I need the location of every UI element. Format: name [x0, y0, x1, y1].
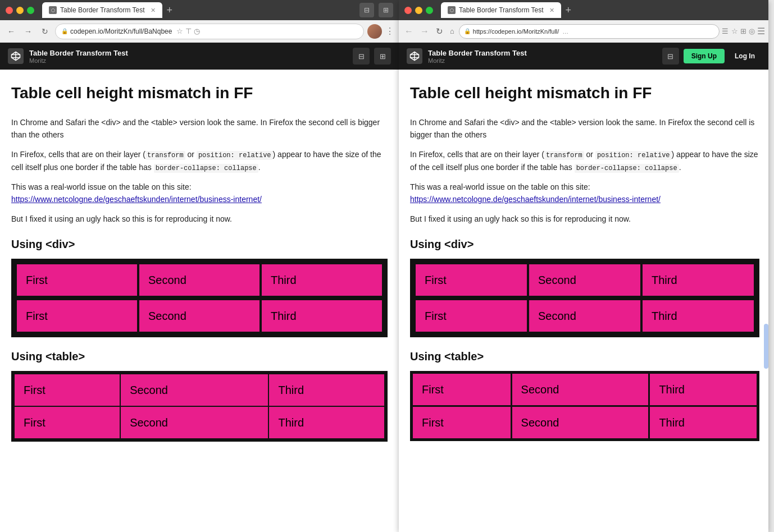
left-address-bar: ← → ↻ 🔒 codepen.io/MoritzKn/full/BaNqbee…	[0, 20, 399, 43]
left-title-bar: ⬡ Table Border Transform Test ✕ + ⊟ ⊞	[0, 0, 399, 20]
right-section-table-title: Using <table>	[410, 347, 759, 365]
right-codepen-pen-title: Table Border Transform Test	[428, 49, 527, 57]
right-browser-extras: ⊞ ◎ ☰	[740, 26, 765, 36]
right-account-icon[interactable]: ◎	[749, 27, 755, 35]
minimize-button[interactable]	[16, 7, 24, 14]
right-table-demo-container: First Second Third First Second Third	[410, 371, 759, 441]
right-tab-close-button[interactable]: ✕	[549, 7, 554, 14]
right-content-area: Table cell height mismatch in FF In Chro…	[399, 70, 768, 467]
codepen-logo	[8, 48, 24, 64]
right-description-para4: But I fixed it using an ugly hack so thi…	[410, 213, 759, 225]
right-bookmark-icon[interactable]: ☆	[731, 27, 738, 35]
table-row-2: First Second Third	[14, 406, 385, 439]
active-tab[interactable]: ⬡ Table Border Transform Test ✕	[42, 2, 162, 18]
demo-table: First Second Third First Second Third	[13, 373, 385, 439]
right-table-cell-1-3: Third	[649, 373, 758, 406]
right-url-actions: ☰ ☆	[722, 27, 738, 35]
right-lock-icon: 🔒	[464, 28, 471, 34]
url-actions: ☆ ⊤ ◷	[176, 27, 200, 35]
url-text: codepen.io/MoritzKn/full/BaNqbee	[70, 27, 172, 35]
right-description-para1: In Chrome and Safari the <div> and the <…	[410, 116, 759, 141]
right-url-input[interactable]: 🔒 https://codepen.io/MoritzKn/full/ …	[459, 24, 720, 39]
codepen-title-area: Table Border Transform Test Moritz	[29, 49, 128, 64]
table-cell-2-3: Third	[268, 406, 385, 439]
right-content-wrapper: Table cell height mismatch in FF In Chro…	[399, 70, 768, 532]
right-url-text: https://codepen.io/MoritzKn/full/	[473, 28, 559, 35]
codepen-view-icon[interactable]: ⊟	[353, 48, 370, 65]
right-div-cell-2-1: First	[415, 299, 528, 333]
right-codepen-view-icon[interactable]: ⊟	[662, 48, 679, 65]
right-page-title: Table cell height mismatch in FF	[410, 81, 759, 106]
user-avatar[interactable]	[367, 24, 382, 39]
code-transform: transform	[145, 151, 185, 160]
right-tab-bar: ⬡ Table Border Transform Test ✕ +	[441, 2, 763, 18]
codepen-settings-icon[interactable]: ⊞	[374, 48, 391, 65]
translate-icon[interactable]: ⊤	[185, 27, 192, 35]
right-table-cell-1-2: Second	[511, 373, 649, 406]
left-content-area: Table cell height mismatch in FF In Chro…	[0, 70, 399, 532]
right-table-cell-2-2: Second	[511, 406, 649, 439]
div-cell-1-3: Third	[261, 263, 383, 297]
table-cell-1-2: Second	[120, 374, 268, 406]
right-collections-icon[interactable]: ⊞	[740, 27, 746, 35]
right-url-ellipsis: …	[562, 28, 568, 35]
codepen-header-right: ⊟ ⊞	[353, 48, 391, 65]
table-cell-1-3: Third	[268, 374, 385, 406]
right-div-cell-2-3: Third	[641, 299, 755, 333]
close-button[interactable]	[6, 7, 13, 14]
tab-close-button[interactable]: ✕	[151, 7, 156, 14]
bookmark-icon[interactable]: ☆	[176, 27, 183, 35]
right-tab-title: Table Border Transform Test	[459, 6, 544, 14]
codepen-user: Moritz	[29, 57, 128, 64]
right-home-button[interactable]: ⌂	[448, 26, 457, 36]
login-button[interactable]: Log In	[729, 49, 761, 63]
right-tab-favicon: ⬡	[448, 6, 456, 14]
new-tab-button[interactable]: +	[167, 4, 173, 16]
right-codepen-header: Table Border Transform Test Moritz ⊟ Sig…	[399, 43, 768, 70]
right-code-transform: transform	[544, 151, 584, 160]
right-scrollbar-track	[764, 70, 768, 532]
right-active-tab[interactable]: ⬡ Table Border Transform Test ✕	[441, 2, 561, 18]
description-para4: But I fixed it using an ugly hack so thi…	[11, 213, 388, 225]
view-icon[interactable]: ⊟	[359, 3, 374, 17]
reload-button[interactable]: ↻	[38, 25, 52, 38]
description-para1: In Chrome and Safari the <div> and the <…	[11, 116, 388, 141]
back-button[interactable]: ←	[4, 25, 18, 38]
right-external-link[interactable]: https://www.netcologne.de/geschaeftskund…	[410, 195, 661, 204]
right-codepen-user: Moritz	[428, 57, 527, 64]
page-title: Table cell height mismatch in FF	[11, 81, 388, 106]
right-div-row-1: First Second Third	[415, 263, 755, 297]
right-menu-button[interactable]: ☰	[757, 26, 765, 36]
lock-icon: 🔒	[61, 28, 68, 34]
url-input[interactable]: 🔒 codepen.io/MoritzKn/full/BaNqbee ☆ ⊤ ◷	[55, 24, 364, 39]
settings-icon[interactable]: ⊞	[379, 3, 393, 17]
traffic-lights	[6, 7, 34, 14]
div-row-1: First Second Third	[16, 263, 383, 297]
table-cell-1-1: First	[14, 374, 120, 406]
right-div-row-2: First Second Third	[415, 299, 755, 333]
forward-button[interactable]: →	[21, 25, 35, 38]
table-cell-2-1: First	[14, 406, 120, 439]
right-close-button[interactable]	[404, 7, 412, 14]
right-forward-button[interactable]: →	[418, 25, 431, 38]
browser-menu-button[interactable]: ⋮	[385, 26, 394, 36]
right-scrollbar-thumb[interactable]	[764, 324, 768, 369]
right-code-border-collapse: border-collapse: collapse	[575, 164, 679, 173]
right-reload-button[interactable]: ↻	[434, 25, 445, 38]
right-maximize-button[interactable]	[426, 7, 433, 14]
right-minimize-button[interactable]	[415, 7, 422, 14]
left-browser-window: ⬡ Table Border Transform Test ✕ + ⊟ ⊞ ← …	[0, 0, 399, 532]
maximize-button[interactable]	[27, 7, 34, 14]
right-div-cell-2-2: Second	[528, 299, 641, 333]
code-position: position: relative	[197, 151, 273, 160]
right-table-row-2: First Second Third	[412, 406, 758, 439]
right-back-button[interactable]: ←	[402, 25, 416, 38]
sign-up-button[interactable]: Sign Up	[684, 49, 725, 63]
external-link[interactable]: https://www.netcologne.de/geschaeftskund…	[11, 195, 262, 204]
right-reader-icon[interactable]: ☰	[722, 27, 729, 35]
title-bar-actions: ⊟ ⊞	[359, 3, 393, 17]
profile-icon[interactable]: ◷	[194, 27, 200, 35]
right-new-tab-button[interactable]: +	[566, 4, 572, 16]
div-demo-container: First Second Third First Second Third	[11, 259, 388, 337]
tab-title: Table Border Transform Test	[60, 6, 145, 14]
